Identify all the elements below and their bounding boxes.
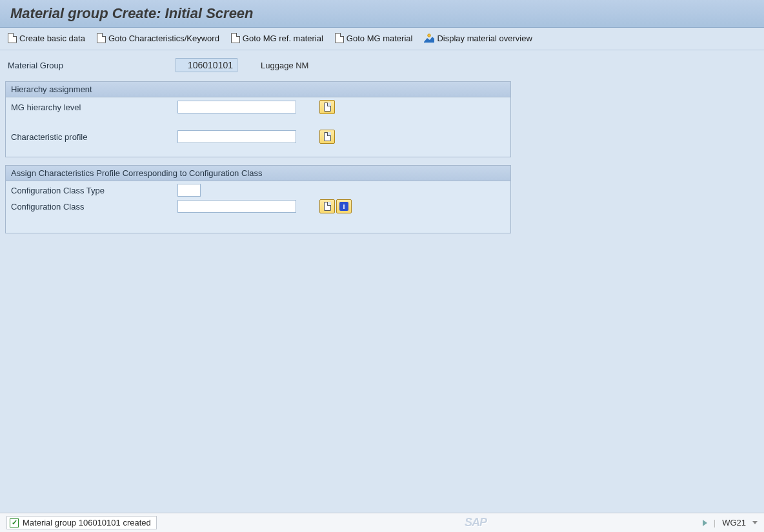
- create-basic-data-button[interactable]: Create basic data: [8, 33, 85, 43]
- toolbar: Create basic data Goto Characteristics/K…: [0, 28, 764, 50]
- mg-hierarchy-level-row: MG hierarchy level: [6, 99, 510, 115]
- mg-hierarchy-level-input[interactable]: [177, 101, 296, 113]
- mg-hierarchy-level-label: MG hierarchy level: [11, 103, 177, 112]
- button-label: Create basic data: [19, 34, 85, 43]
- system-id: WG21: [722, 518, 746, 527]
- button-label: Goto Characteristics/Keyword: [108, 34, 219, 43]
- config-class-type-label: Configuration Class Type: [11, 186, 177, 195]
- document-icon: [324, 132, 331, 141]
- create-hierarchy-button[interactable]: [319, 100, 335, 114]
- page-title: Material group Create: Initial Screen: [10, 5, 754, 22]
- button-label: Goto MG ref. material: [243, 34, 323, 43]
- goto-mg-ref-material-button[interactable]: Goto MG ref. material: [231, 33, 323, 43]
- document-icon: [324, 103, 331, 112]
- play-icon[interactable]: [703, 520, 707, 526]
- separator: |: [714, 518, 716, 527]
- group-header: Assign Characteristics Profile Correspon…: [6, 166, 510, 181]
- info-icon: i: [339, 202, 348, 211]
- display-material-overview-button[interactable]: Display material overview: [424, 34, 532, 43]
- dropdown-icon[interactable]: [752, 521, 758, 524]
- button-label: Goto MG material: [347, 34, 413, 43]
- status-message: Material group 106010101 created: [23, 518, 151, 527]
- assign-characteristics-group: Assign Characteristics Profile Correspon…: [5, 165, 511, 233]
- status-right: | WG21: [703, 518, 758, 527]
- hierarchy-assignment-group: Hierarchy assignment MG hierarchy level …: [5, 81, 511, 157]
- material-group-value[interactable]: 106010101: [176, 58, 237, 72]
- config-class-type-input[interactable]: [177, 184, 201, 197]
- config-class-label: Configuration Class: [11, 202, 177, 212]
- content-area: Material Group 106010101 Luggage NM Hier…: [0, 54, 764, 233]
- goto-mg-material-button[interactable]: Goto MG material: [335, 33, 413, 43]
- goto-characteristics-button[interactable]: Goto Characteristics/Keyword: [97, 33, 219, 43]
- overview-icon: [424, 34, 434, 43]
- status-message-box: ✓ Material group 106010101 created: [6, 516, 157, 529]
- info-config-button[interactable]: i: [336, 199, 352, 213]
- characteristic-profile-label: Characteristic profile: [11, 132, 177, 142]
- svg-point-0: [428, 34, 431, 37]
- title-bar: Material group Create: Initial Screen: [0, 0, 764, 28]
- config-class-type-row: Configuration Class Type: [6, 182, 510, 198]
- material-group-row: Material Group 106010101 Luggage NM: [3, 54, 761, 76]
- document-icon: [97, 33, 106, 43]
- button-label: Display material overview: [437, 34, 532, 43]
- create-profile-button[interactable]: [319, 130, 335, 144]
- config-class-row: Configuration Class i: [6, 198, 510, 215]
- sap-logo: SAP: [465, 516, 487, 529]
- document-icon: [324, 202, 331, 211]
- group-header: Hierarchy assignment: [6, 82, 510, 97]
- characteristic-profile-input[interactable]: [177, 130, 296, 143]
- material-group-label: Material Group: [8, 61, 176, 70]
- document-icon: [8, 33, 17, 43]
- create-config-button[interactable]: [319, 199, 335, 213]
- status-bar: ✓ Material group 106010101 created SAP |…: [0, 513, 764, 532]
- document-icon: [335, 33, 344, 43]
- success-check-icon: ✓: [10, 518, 19, 527]
- config-class-input[interactable]: [177, 200, 296, 213]
- characteristic-profile-row: Characteristic profile: [6, 128, 510, 145]
- material-group-description: Luggage NM: [261, 61, 308, 70]
- document-icon: [231, 33, 240, 43]
